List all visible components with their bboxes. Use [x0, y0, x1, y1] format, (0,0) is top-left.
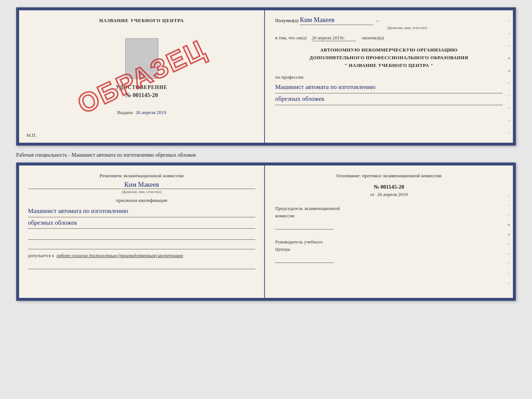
- training-center-title: НАЗВАНИЕ УЧЕБНОГО ЦЕНТРА: [99, 18, 184, 24]
- basis-title: Основание: протокол экзаменационной коми…: [275, 173, 503, 179]
- top-doc-right: Получил(а) Ким Макеев – (фамилия, имя, о…: [265, 10, 513, 143]
- org-line1: АВТОНОМНУЮ НЕКОММЕРЧЕСКУЮ ОРГАНИЗАЦИЮ: [275, 46, 503, 54]
- profession-val2: обрезных обложек: [275, 93, 503, 105]
- chairman-title: Председатель экзаменационной комиссии: [275, 205, 503, 219]
- mp-label: М.П.: [26, 132, 36, 138]
- top-doc-left: НАЗВАНИЕ УЧЕБНОГО ЦЕНТРА ОБРАЗЕЦ УДОСТОВ…: [19, 10, 265, 143]
- head-block: Руководитель учебного Центра: [275, 238, 503, 263]
- admission-italic: работе согласно должностным (производств…: [57, 253, 183, 258]
- completed-after: окончил(а): [362, 35, 384, 41]
- chairman-title1: Председатель экзаменационной: [275, 206, 340, 211]
- qual-assigned: присвоена квалификация: [28, 197, 255, 203]
- chairman-sig-line: [275, 222, 334, 229]
- profession-val1: Машинист автомата по изготовлению: [275, 82, 503, 93]
- head-title1: Руководитель учебного: [275, 239, 323, 245]
- admission-label: допускается к: [28, 253, 54, 258]
- fio-hint-top: (фамилия, имя, отчество): [312, 26, 503, 30]
- completed-line: в том, что он(а) 26 апреля 2019г. окончи…: [275, 35, 503, 41]
- middle-text: Рабочая специальность - Машинист автомат…: [16, 152, 516, 158]
- top-document: НАЗВАНИЕ УЧЕБНОГО ЦЕНТРА ОБРАЗЕЦ УДОСТОВ…: [16, 7, 516, 146]
- right-side-dashes: – – – и а ← – – – –: [506, 10, 513, 143]
- chairman-title2: комиссии: [275, 213, 295, 218]
- qual-val1: Машинист автомата по изготовлению: [28, 206, 255, 217]
- head-sig-line: [275, 256, 334, 263]
- profession-label: по профессии: [275, 74, 503, 80]
- photo-placeholder: [125, 38, 158, 79]
- bottom-doc-left: Решением экзаменационной комиссии Ким Ма…: [19, 165, 265, 298]
- protocol-date-prefix: от: [370, 192, 374, 197]
- recipient-label: Получил(а): [275, 18, 298, 24]
- head-title2: Центра: [275, 246, 290, 252]
- bottom-document: Решением экзаменационной комиссии Ким Ма…: [16, 163, 516, 301]
- head-title: Руководитель учебного Центра: [275, 238, 503, 253]
- certificate-number: № 001145-20: [125, 92, 158, 99]
- org-block: АВТОНОМНУЮ НЕКОММЕРЧЕСКУЮ ОРГАНИЗАЦИЮ ДО…: [275, 46, 503, 69]
- org-line2: ДОПОЛНИТЕЛЬНОГО ПРОФЕССИОНАЛЬНОГО ОБРАЗО…: [275, 54, 503, 62]
- blank-line-1: [28, 232, 255, 240]
- protocol-number: № 001145-20: [275, 184, 503, 190]
- bottom-doc-right: Основание: протокол экзаменационной коми…: [265, 165, 513, 298]
- right-side-dashes-bottom: – – – и а ← – – – –: [506, 188, 512, 291]
- fio-hint-bottom: (фамилия, имя, отчество): [28, 190, 255, 194]
- blank-line-2: [28, 242, 255, 249]
- recipient-dash: –: [376, 18, 379, 24]
- recipient-name: Ким Макеев: [300, 16, 373, 25]
- org-line3: " НАЗВАНИЕ УЧЕБНОГО ЦЕНТРА ": [275, 62, 503, 70]
- admission-text: допускается к работе согласно должностны…: [28, 252, 255, 259]
- qual-val2: обрезных обложек: [28, 217, 255, 229]
- decision-title: Решением экзаменационной комиссии: [28, 173, 255, 179]
- issued-date: Выдано 26 апреля 2019: [117, 110, 166, 115]
- certificate-label: УДОСТОВЕРЕНИЕ: [116, 85, 167, 90]
- protocol-date-val: 26 апреля 2019: [377, 192, 408, 197]
- completed-date: 26 апреля 2019г.: [312, 35, 356, 41]
- decision-name: Ким Макеев: [28, 181, 255, 189]
- issued-label: Выдано: [117, 110, 133, 115]
- blank-line-3: [28, 262, 255, 269]
- completed-label: в том, что он(а): [275, 35, 307, 41]
- protocol-date: от 26 апреля 2019: [275, 192, 503, 197]
- chairman-block: Председатель экзаменационной комиссии: [275, 205, 503, 229]
- issued-date-val: 26 апреля 2019: [136, 110, 166, 115]
